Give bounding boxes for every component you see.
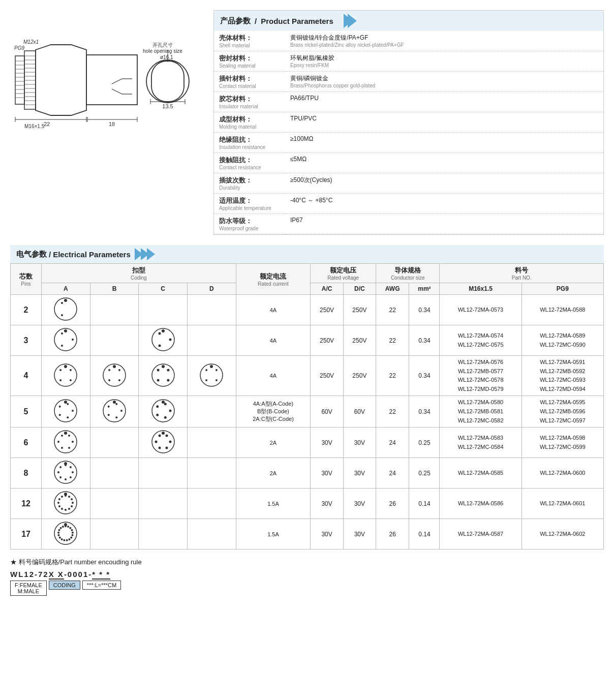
svg-point-64 — [158, 345, 161, 347]
params-header: 产品参数/Product Parameters — [214, 11, 603, 31]
td-ac: 30V — [311, 519, 343, 550]
param-label: 插拔次数： Durability — [214, 173, 285, 194]
td-m16-partno: WL12-72MA-0576WL12-72MB-0577WL12-72MC-05… — [440, 356, 521, 396]
svg-point-122 — [169, 441, 171, 443]
elec-title-en: Electrical Parameters — [53, 250, 131, 259]
svg-point-96 — [67, 403, 69, 405]
connector-svg — [102, 399, 127, 423]
td-coding-a — [42, 428, 90, 458]
td-mm2: 0.34 — [409, 325, 440, 356]
td-rated-current: 4A — [236, 356, 311, 396]
param-value: PA66/TPU — [285, 92, 603, 112]
svg-point-160 — [69, 538, 71, 540]
svg-point-123 — [165, 447, 168, 449]
svg-rect-43 — [151, 61, 184, 102]
svg-text:ø16.1: ø16.1 — [160, 54, 173, 60]
svg-text:13.5: 13.5 — [162, 103, 173, 109]
svg-line-29 — [112, 89, 122, 94]
encoding-code: WL12-72X X-0001-* * * — [10, 570, 121, 579]
td-m16-partno: WL12-72MA-0587 — [440, 519, 521, 550]
param-value: 环氧树脂/氟橡胶 Epoxy resin/FKM — [285, 51, 603, 72]
td-coding-d — [187, 325, 236, 356]
svg-point-141 — [71, 498, 73, 500]
params-table: 壳体材料： Shell material 黄铜镀镍/锌合金度镍/PA+GF Br… — [214, 31, 603, 234]
params-row: 适用温度： Applicable temperature -40°C ～ +85… — [214, 194, 603, 214]
svg-point-86 — [216, 369, 218, 371]
params-row: 胶芯材料： Insulator material PA66/TPU — [214, 92, 603, 112]
svg-point-94 — [59, 414, 61, 416]
svg-point-131 — [72, 471, 74, 473]
td-coding-d — [187, 489, 236, 519]
svg-point-120 — [162, 432, 165, 435]
td-ac: 250V — [311, 325, 343, 356]
td-pins: 8 — [11, 458, 42, 489]
td-ac: 30V — [311, 458, 343, 489]
svg-point-74 — [118, 369, 120, 371]
svg-point-168 — [60, 527, 62, 529]
td-rated-current: 1.5A — [236, 489, 311, 519]
td-coding-a — [42, 519, 90, 550]
param-value: ≤5MΩ — [285, 153, 603, 173]
td-awg: 26 — [376, 489, 409, 519]
td-dc: 30V — [343, 489, 376, 519]
td-mm2: 0.25 — [409, 458, 440, 489]
td-coding-b — [90, 356, 139, 396]
params-row: 成型材料： Molding material TPU/PVC — [214, 112, 603, 133]
svg-point-92 — [72, 410, 74, 412]
param-value: -40°C ～ +85°C — [285, 194, 603, 214]
svg-point-136 — [60, 466, 62, 468]
td-pg9-partno: WL12-72MA-0598WL12-72MC-0599 — [521, 428, 603, 458]
param-label: 壳体材料： Shell material — [214, 31, 285, 51]
th-ac: A/C — [311, 283, 343, 295]
table-row: 12 1.5A 30V 30V 26 0.14 WL12-72MA-0586 W… — [11, 489, 604, 519]
svg-point-93 — [67, 417, 69, 419]
td-m16-partno: WL12-72MA-0580WL12-72MB-0581WL12-72MC-05… — [440, 396, 521, 428]
td-pins: 12 — [11, 489, 42, 519]
connector-svg — [53, 363, 78, 387]
svg-text:PG9: PG9 — [14, 45, 24, 51]
svg-point-148 — [57, 502, 59, 504]
svg-point-100 — [115, 417, 117, 419]
td-ac: 30V — [311, 489, 343, 519]
svg-point-159 — [71, 537, 73, 539]
svg-point-59 — [61, 345, 63, 347]
td-pg9-partno: WL12-72MA-0588 — [521, 295, 603, 325]
params-row: 接触阻抗： Contact resistance ≤5MΩ — [214, 153, 603, 173]
svg-point-126 — [158, 435, 161, 437]
header-arrow-2 — [348, 14, 357, 28]
table-row: 5 4A:A型(A-Code)B型(B-Code)2A:C型(C-Code) 6… — [11, 396, 604, 428]
td-coding-b — [90, 396, 139, 428]
svg-point-158 — [72, 534, 74, 536]
svg-point-77 — [108, 369, 110, 371]
svg-line-27 — [112, 79, 122, 84]
param-value: ≥100MΩ — [285, 133, 603, 153]
svg-point-133 — [65, 478, 67, 480]
electrical-header: 电气参数/Electrical Parameters — [10, 245, 604, 263]
td-pg9-partno: WL12-72MA-0601 — [521, 489, 603, 519]
td-dc: 250V — [343, 295, 376, 325]
svg-text:M16×1.5: M16×1.5 — [24, 124, 45, 129]
td-rated-current: 1.5A — [236, 519, 311, 550]
elec-arrows — [137, 248, 155, 260]
electrical-table: 芯数 Pins 扣型 Coding 额定电流 Rated current 额定电… — [10, 263, 604, 550]
td-coding-b — [90, 458, 139, 489]
svg-point-107 — [164, 416, 166, 419]
electrical-section: 电气参数/Electrical Parameters 芯数 Pins 扣型 Co… — [10, 245, 604, 550]
td-pins: 3 — [11, 325, 42, 356]
params-row: 绝缘阻抗： Insulation resistance ≥100MΩ — [214, 133, 603, 153]
svg-point-150 — [61, 496, 63, 498]
connector-svg — [53, 297, 78, 321]
td-pg9-partno: WL12-72MA-0591WL12-72MB-0592WL12-72MC-05… — [521, 356, 603, 396]
td-awg: 22 — [376, 396, 409, 428]
th-col-a: A — [42, 283, 90, 295]
td-m16-partno: WL12-72MA-0574WL12-72MC-0575 — [440, 325, 521, 356]
svg-marker-25 — [36, 45, 86, 115]
svg-rect-0 — [15, 56, 24, 104]
param-label: 插针材料： Contact material — [214, 72, 285, 92]
td-coding-b — [90, 519, 139, 550]
table-row: 8 2A 30V 30V 24 0.25 WL12-72MA-0585 WL12… — [11, 458, 604, 489]
td-m16-partno: WL12-72MA-0583WL12-72MC-0584 — [440, 428, 521, 458]
td-coding-b — [90, 325, 139, 356]
svg-point-114 — [72, 441, 74, 443]
td-coding-a — [42, 458, 90, 489]
